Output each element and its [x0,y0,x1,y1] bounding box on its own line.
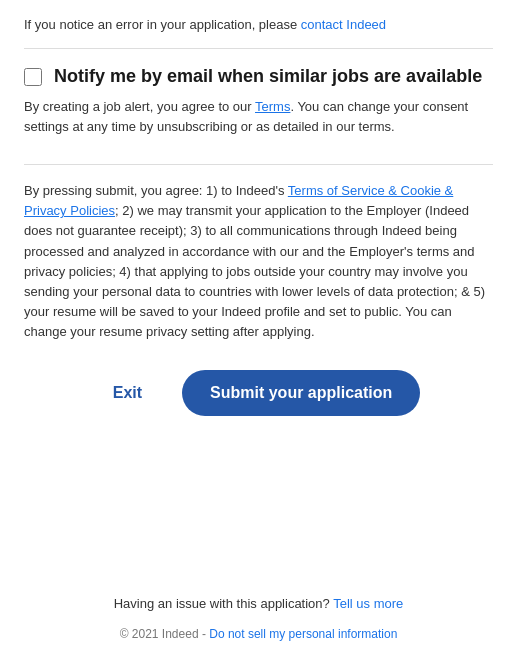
contact-indeed-link[interactable]: contact Indeed [301,17,386,32]
error-notice: If you notice an error in your applicati… [24,16,493,34]
email-alert-title: Notify me by email when similar jobs are… [54,65,482,88]
email-alert-desc-before: By creating a job alert, you agree to ou… [24,99,255,114]
terms-text-after: ; 2) we may transmit your application to… [24,203,485,339]
submit-button[interactable]: Submit your application [182,370,420,416]
email-alert-section: Notify me by email when similar jobs are… [24,65,493,136]
error-notice-text: If you notice an error in your applicati… [24,17,301,32]
divider-1 [24,48,493,49]
footer: © 2021 Indeed - Do not sell my personal … [24,627,493,641]
do-not-sell-link[interactable]: Do not sell my personal information [209,627,397,641]
issue-text-before: Having an issue with this application? [114,596,333,611]
email-alert-checkbox-container[interactable] [24,68,42,89]
issue-section: Having an issue with this application? T… [24,596,493,611]
exit-button[interactable]: Exit [97,374,158,412]
copyright-text: © 2021 Indeed - [120,627,210,641]
terms-text-before: By pressing submit, you agree: 1) to Ind… [24,183,288,198]
terms-link-alert[interactable]: Terms [255,99,290,114]
action-buttons: Exit Submit your application [24,370,493,416]
page-container: If you notice an error in your applicati… [0,0,517,657]
divider-2 [24,164,493,165]
email-alert-description: By creating a job alert, you agree to ou… [24,97,493,136]
bottom-spacer [24,456,493,596]
email-alert-checkbox[interactable] [24,68,42,86]
tell-us-more-link[interactable]: Tell us more [333,596,403,611]
terms-section: By pressing submit, you agree: 1) to Ind… [24,181,493,342]
email-alert-header: Notify me by email when similar jobs are… [24,65,493,89]
